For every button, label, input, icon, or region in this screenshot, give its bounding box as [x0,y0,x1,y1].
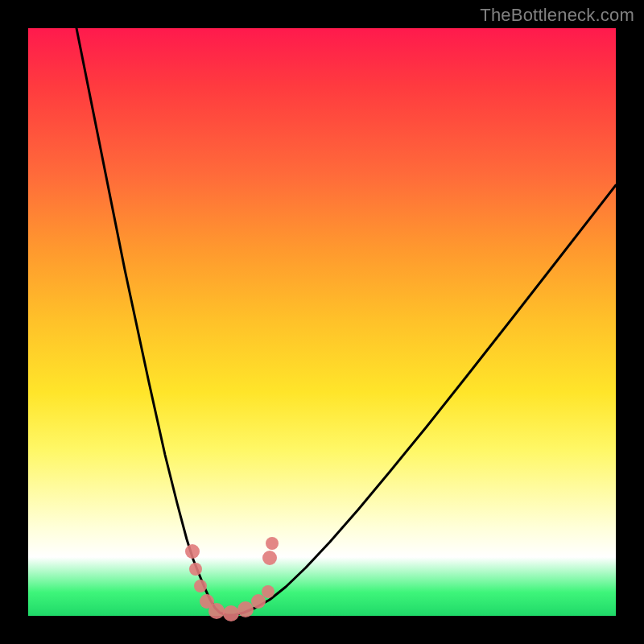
curve-layer [28,28,616,616]
trough-marker [208,603,225,619]
trough-marker [185,544,200,559]
trough-marker [262,585,275,598]
watermark-text: TheBottleneck.com [480,5,634,26]
plot-area [28,28,616,616]
trough-marker [251,594,266,609]
trough-marker [262,551,277,565]
bottleneck-curve [76,28,616,615]
trough-marker [237,601,254,617]
trough-markers [185,537,279,621]
trough-marker [194,580,207,592]
trough-marker [266,537,279,550]
trough-marker [189,563,202,576]
trough-marker [223,605,239,621]
chart-frame: TheBottleneck.com [0,0,644,644]
curve-path [76,28,616,615]
